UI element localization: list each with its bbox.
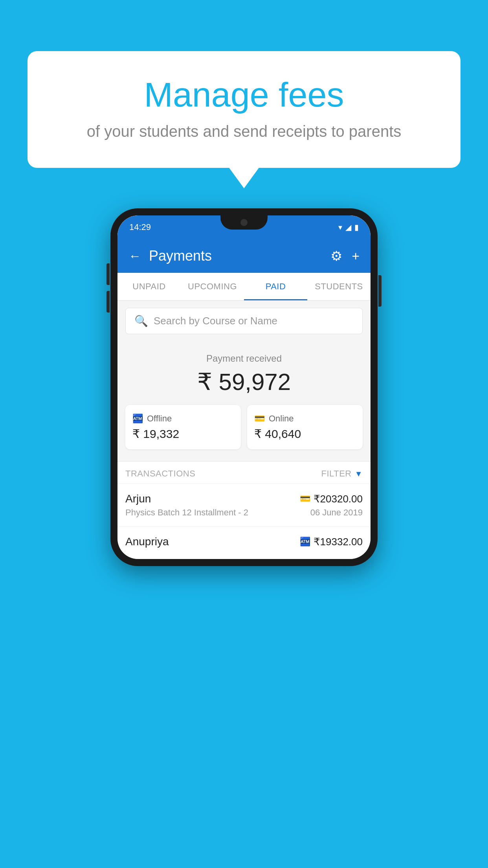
search-bar[interactable]: 🔍 Search by Course or Name <box>125 308 363 334</box>
volume-down-button <box>106 291 110 313</box>
app-header: ← Payments ⚙ + <box>117 239 371 273</box>
offline-payment-card: 🏧 Offline ₹ 19,332 <box>125 405 241 449</box>
tab-upcoming[interactable]: UPCOMING <box>181 273 244 300</box>
trans-payment-icon: 💳 <box>300 494 310 504</box>
tab-unpaid[interactable]: UNPAID <box>117 273 181 300</box>
trans-amount-wrap-2: 🏧 ₹19332.00 <box>300 536 363 548</box>
volume-up-button <box>106 263 110 285</box>
online-label-row: 💳 Online <box>254 414 356 424</box>
header-right: ⚙ + <box>330 248 360 264</box>
phone-screen: 14:29 ▾ ◢ ▮ ← Payments <box>117 215 371 559</box>
status-time: 14:29 <box>129 222 151 232</box>
filter-icon: ▼ <box>355 469 363 478</box>
header-left: ← Payments <box>128 248 212 264</box>
status-bar: 14:29 ▾ ◢ ▮ <box>117 215 371 239</box>
notch <box>220 215 268 230</box>
table-row[interactable]: Arjun 💳 ₹20320.00 Physics Batch 12 Insta… <box>117 484 371 526</box>
phone-outer: 14:29 ▾ ◢ ▮ ← Payments <box>110 208 378 566</box>
add-button[interactable]: + <box>352 248 360 264</box>
signal-icon: ◢ <box>345 223 351 232</box>
trans-top-row: Arjun 💳 ₹20320.00 <box>125 493 363 505</box>
bubble-title: Manage fees <box>59 75 429 115</box>
offline-amount: ₹ 19,332 <box>132 427 234 441</box>
offline-label-row: 🏧 Offline <box>132 414 234 424</box>
trans-name: Arjun <box>125 493 151 505</box>
settings-button[interactable]: ⚙ <box>330 248 342 264</box>
wifi-icon: ▾ <box>338 223 342 232</box>
payment-received-amount: ₹ 59,972 <box>125 368 363 395</box>
screen-inner: 14:29 ▾ ◢ ▮ ← Payments <box>117 215 371 559</box>
speech-bubble-container: Manage fees of your students and send re… <box>28 51 460 168</box>
payment-section: Payment received ₹ 59,972 🏧 Offline ₹ 19… <box>117 341 371 461</box>
offline-label: Offline <box>147 414 172 424</box>
status-icons: ▾ ◢ ▮ <box>338 223 359 232</box>
table-row[interactable]: Anupriya 🏧 ₹19332.00 <box>117 526 371 559</box>
transactions-header: TRANSACTIONS FILTER ▼ <box>117 461 371 484</box>
trans-amount-2: ₹19332.00 <box>314 536 363 548</box>
camera-dot <box>240 219 248 226</box>
online-payment-card: 💳 Online ₹ 40,640 <box>247 405 363 449</box>
trans-name-2: Anupriya <box>125 535 169 548</box>
trans-bottom-row: Physics Batch 12 Installment - 2 06 June… <box>125 508 363 518</box>
transactions-label: TRANSACTIONS <box>125 469 195 479</box>
tabs-container: UNPAID UPCOMING PAID STUDENTS <box>117 273 371 301</box>
payment-received-label: Payment received <box>125 353 363 364</box>
back-button[interactable]: ← <box>128 249 141 263</box>
trans-date: 06 June 2019 <box>310 508 363 518</box>
header-title: Payments <box>149 248 212 264</box>
online-label: Online <box>269 414 294 424</box>
trans-amount-wrap: 💳 ₹20320.00 <box>300 493 363 505</box>
trans-amount: ₹20320.00 <box>314 493 363 505</box>
speech-bubble: Manage fees of your students and send re… <box>28 51 460 168</box>
online-amount: ₹ 40,640 <box>254 427 356 441</box>
bubble-subtitle: of your students and send receipts to pa… <box>59 123 429 140</box>
filter-button[interactable]: FILTER ▼ <box>321 469 363 479</box>
search-input[interactable]: Search by Course or Name <box>154 315 277 327</box>
payment-cards: 🏧 Offline ₹ 19,332 💳 Online ₹ 40,640 <box>125 405 363 449</box>
trans-top-row-2: Anupriya 🏧 ₹19332.00 <box>125 535 363 548</box>
tab-students[interactable]: STUDENTS <box>307 273 371 300</box>
power-button <box>378 275 382 307</box>
phone-wrapper: 14:29 ▾ ◢ ▮ ← Payments <box>110 208 378 566</box>
trans-course: Physics Batch 12 Installment - 2 <box>125 508 248 518</box>
trans-payment-icon-2: 🏧 <box>300 537 310 547</box>
search-icon: 🔍 <box>134 314 148 327</box>
online-icon: 💳 <box>254 414 265 424</box>
search-container: 🔍 Search by Course or Name <box>117 301 371 341</box>
battery-icon: ▮ <box>354 223 359 232</box>
offline-icon: 🏧 <box>132 414 143 424</box>
tab-paid[interactable]: PAID <box>244 273 307 300</box>
filter-label: FILTER <box>321 469 352 479</box>
